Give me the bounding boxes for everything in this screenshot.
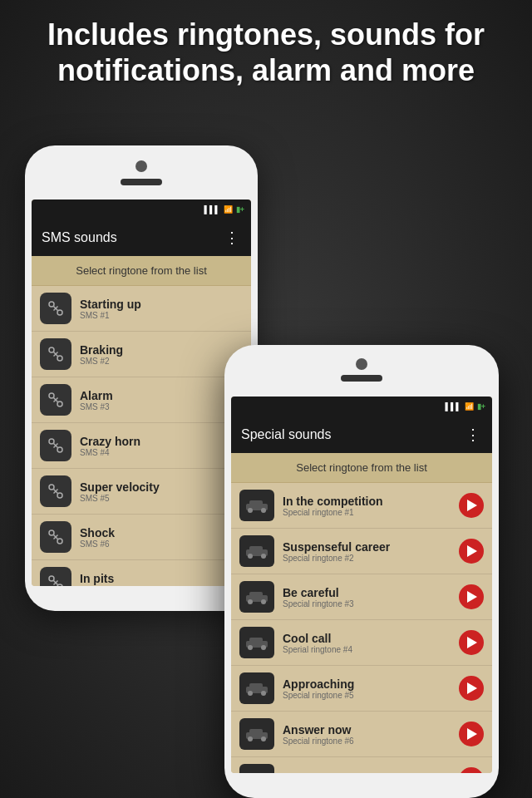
item-title: Crazy horn (80, 435, 243, 448)
list-item[interactable]: Suspenseful career Special ringtone #2 (231, 529, 492, 574)
item-title: Alarm (80, 389, 243, 402)
phone1-menu-button[interactable]: ⋮ (224, 229, 241, 247)
phone2-speaker (341, 375, 382, 382)
item-text: Super velocity SMS #5 (80, 480, 243, 503)
svg-point-50 (248, 645, 253, 650)
svg-point-0 (49, 302, 54, 307)
svg-point-59 (261, 736, 266, 741)
item-icon (40, 521, 71, 553)
phone1-list-header: Select ringtone from the list (32, 256, 251, 286)
phone1-list: Starting up SMS #1 Braking SMS #2 (32, 286, 251, 586)
svg-point-43 (261, 554, 266, 559)
item-text: In the competition Special ringtone #1 (283, 495, 451, 517)
svg-point-20 (49, 530, 54, 535)
phone2-camera (356, 358, 367, 370)
phone2: ▌▌▌ 📶 ▮+ Special sounds ⋮ Select rington… (224, 345, 499, 798)
item-text: Crazy horn SMS #4 (80, 435, 243, 457)
phone2-wifi-icon: 📶 (465, 402, 474, 411)
list-item[interactable]: Shock SMS #6 (32, 515, 251, 560)
phone1-speaker (121, 179, 162, 185)
item-text: In pits SMS #7 (80, 572, 243, 587)
item-subtitle: SMS #5 (80, 494, 243, 503)
item-title: Shock (80, 526, 243, 539)
item-title: In pits (80, 572, 243, 585)
item-subtitle: SMS #4 (80, 448, 243, 457)
phone2-signal-icon: ▌▌▌ (446, 402, 461, 411)
svg-rect-49 (249, 638, 263, 643)
svg-point-38 (248, 508, 253, 513)
list-item[interactable]: Crazy horn SMS #4 (32, 423, 251, 469)
list-item[interactable]: Braking SMS #2 (32, 332, 251, 377)
car-icon (239, 672, 274, 704)
phone2-status-bar: ▌▌▌ 📶 ▮+ (231, 397, 492, 416)
svg-point-42 (248, 554, 253, 559)
item-subtitle: Special ringtone #6 (283, 736, 451, 746)
svg-point-24 (49, 576, 54, 581)
car-icon (239, 581, 274, 613)
svg-rect-53 (249, 683, 263, 688)
item-icon (40, 430, 71, 461)
item-title: Answer now (283, 723, 451, 736)
phone1-signal-icon: ▌▌▌ (204, 205, 220, 214)
phone2-menu-button[interactable]: ⋮ (466, 426, 482, 444)
svg-point-21 (57, 539, 62, 544)
play-button[interactable] (459, 676, 484, 701)
item-subtitle: Special ringtone #5 (283, 691, 451, 700)
svg-point-51 (261, 645, 266, 650)
list-item[interactable]: Answer now Special ringtone #6 (231, 712, 492, 757)
item-title: Braking (80, 343, 243, 357)
item-subtitle: Special ringtone #3 (283, 599, 451, 608)
list-item[interactable]: Cool call Sperial ringtone #4 (231, 620, 492, 666)
phone1-wifi-icon: 📶 (224, 205, 233, 214)
play-icon (467, 728, 477, 740)
svg-point-1 (57, 310, 62, 315)
item-icon (40, 338, 71, 370)
car-icon (239, 718, 274, 750)
phone1-camera (135, 160, 147, 172)
item-title: Cool call (283, 632, 451, 645)
svg-point-47 (261, 599, 266, 604)
list-item[interactable]: Be careful Special ringtone #3 (231, 574, 492, 620)
item-subtitle: SMS #7 (80, 585, 243, 587)
svg-rect-37 (249, 500, 263, 505)
list-item[interactable]: In pits SMS #7 (32, 560, 251, 586)
list-item[interactable]: Approaching Special ringtone #5 (231, 666, 492, 712)
item-title: Starting up (80, 298, 243, 311)
item-title: Approaching (283, 677, 451, 691)
phone1: ▌▌▌ 📶 ▮+ SMS sounds ⋮ Select ringtone fr… (25, 145, 258, 611)
svg-point-54 (248, 691, 253, 696)
item-icon (40, 567, 71, 586)
svg-point-17 (57, 493, 62, 498)
list-item[interactable]: My truck (231, 757, 492, 773)
list-item[interactable]: In the competition Special ringtone #1 (231, 483, 492, 529)
item-subtitle: SMS #3 (80, 402, 243, 411)
header-title: Includes ringtones, sounds for notificat… (25, 17, 507, 88)
item-text: Braking SMS #2 (80, 343, 243, 366)
play-button[interactable] (459, 767, 484, 773)
svg-point-12 (49, 439, 54, 444)
item-title: In the competition (283, 495, 451, 508)
list-item[interactable]: Starting up SMS #1 (32, 286, 251, 332)
list-item[interactable]: Alarm SMS #3 (32, 377, 251, 423)
item-text: Be careful Special ringtone #3 (283, 586, 451, 608)
svg-rect-45 (249, 592, 263, 597)
play-button[interactable] (459, 493, 484, 518)
phone2-app-title: Special sounds (241, 427, 332, 442)
svg-point-8 (49, 393, 54, 398)
play-button[interactable] (459, 539, 484, 564)
car-icon (239, 764, 274, 773)
list-item[interactable]: Super velocity SMS #5 (32, 469, 251, 515)
svg-rect-57 (249, 729, 263, 734)
svg-point-9 (57, 401, 62, 406)
phone2-list: In the competition Special ringtone #1 (231, 483, 492, 773)
item-icon (40, 475, 71, 507)
svg-point-5 (57, 356, 62, 361)
svg-point-46 (248, 599, 253, 604)
item-title: Super velocity (80, 480, 243, 494)
svg-point-39 (261, 508, 266, 513)
play-button[interactable] (459, 722, 484, 746)
play-button[interactable] (459, 630, 484, 655)
play-button[interactable] (459, 584, 484, 609)
phone1-battery-icon: ▮+ (236, 205, 244, 214)
item-subtitle: Sperial ringtone #4 (283, 645, 451, 654)
